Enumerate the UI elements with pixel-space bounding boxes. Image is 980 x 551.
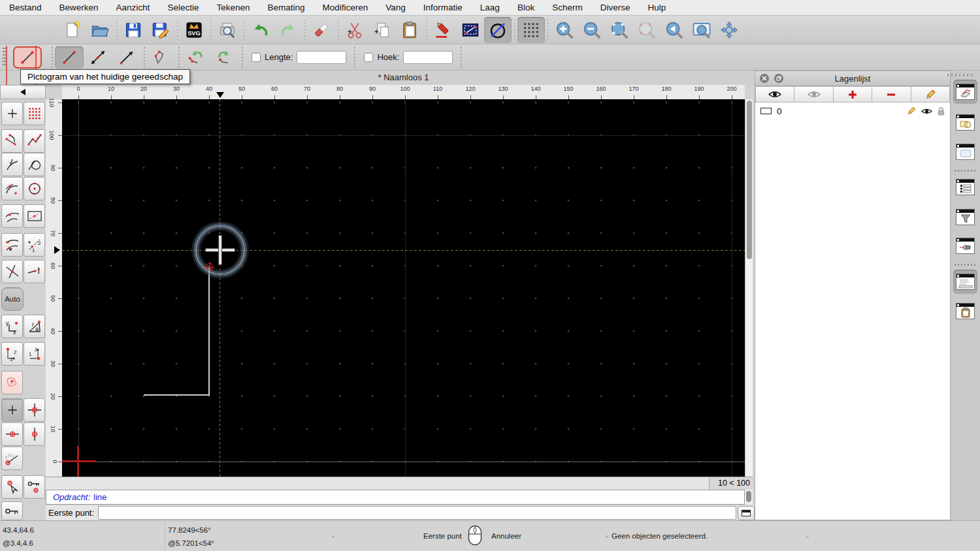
- undo-button[interactable]: [247, 17, 274, 43]
- copy-button[interactable]: [368, 17, 396, 43]
- block-list-panel-button[interactable]: [953, 110, 977, 134]
- open-file-button[interactable]: [86, 17, 114, 43]
- ruler-corner-back-button[interactable]: [0, 85, 46, 99]
- property-editor-panel-button[interactable]: [953, 175, 977, 199]
- menu-bewerken[interactable]: Bewerken: [59, 3, 99, 12]
- layer-list-panel-button[interactable]: [953, 80, 977, 104]
- current-tool-button[interactable]: [13, 46, 42, 69]
- relative-cartesian-button[interactable]: 1 2: [1, 342, 23, 366]
- restrict-horizontal-button[interactable]: [1, 422, 23, 446]
- edit-layer-button[interactable]: [911, 86, 950, 102]
- command-history-scrollbar[interactable]: [745, 490, 753, 505]
- red-pencil-button[interactable]: [429, 17, 457, 43]
- snap-center-button[interactable]: [24, 177, 45, 200]
- drawing-properties-button[interactable]: [457, 17, 484, 43]
- paste-button[interactable]: [396, 17, 423, 43]
- snap-reference-button[interactable]: [1, 204, 23, 228]
- redo-segment-button[interactable]: [210, 46, 239, 69]
- menu-scherm[interactable]: Scherm: [552, 3, 583, 12]
- menu-informatie[interactable]: Informatie: [423, 3, 463, 12]
- menu-modificeren[interactable]: Modificeren: [323, 3, 368, 12]
- menu-bemating[interactable]: Bemating: [267, 3, 304, 12]
- add-layer-button[interactable]: [834, 86, 872, 102]
- menu-bestand[interactable]: Bestand: [9, 3, 42, 12]
- menu-diverse[interactable]: Diverse: [600, 3, 630, 12]
- snap-on-entity-button[interactable]: [1, 177, 23, 200]
- command-line-panel-button[interactable]: [953, 270, 977, 294]
- save-button[interactable]: [120, 17, 147, 43]
- layer-visibility-icon[interactable]: [921, 108, 932, 115]
- scrollbar-thumb[interactable]: [746, 491, 751, 502]
- remove-layer-button[interactable]: [872, 86, 911, 102]
- save-as-button[interactable]: [147, 17, 174, 43]
- length-input[interactable]: [297, 51, 346, 64]
- restrict-vertical-button[interactable]: [24, 422, 45, 446]
- snap-tangent-button[interactable]: [24, 153, 45, 176]
- length-checkbox[interactable]: [252, 53, 261, 62]
- zoom-to-selection-button[interactable]: [633, 17, 661, 43]
- command-history[interactable]: Opdracht: line: [46, 490, 745, 505]
- library-browser-panel-button[interactable]: [953, 140, 977, 164]
- svg-export-button[interactable]: SVG: [180, 17, 208, 43]
- set-relative-zero-button[interactable]: [1, 475, 23, 499]
- canvas-vertical-scrollbar[interactable]: [745, 99, 753, 477]
- view-tool-panel-button[interactable]: [953, 234, 977, 258]
- snap-perpendicular-button[interactable]: [1, 153, 23, 176]
- construction-circle-button[interactable]: [484, 17, 512, 43]
- zoom-in-button[interactable]: [551, 17, 578, 43]
- menu-hulp[interactable]: Hulp: [647, 3, 666, 12]
- coordinate-cartesian-button[interactable]: y x: [1, 315, 23, 338]
- snap-intersection-button[interactable]: [1, 260, 23, 283]
- edit-layer-icon[interactable]: [907, 106, 916, 116]
- angle-checkbox[interactable]: [364, 53, 373, 62]
- selection-filter-panel-button[interactable]: [953, 205, 977, 229]
- new-file-button[interactable]: [59, 17, 86, 43]
- line-two-points-button[interactable]: [55, 46, 84, 69]
- lock-icon[interactable]: [938, 107, 945, 116]
- line-ray-button[interactable]: [112, 46, 141, 69]
- snap-intersection-auto-button[interactable]: [1, 233, 23, 257]
- auto-zoom-button[interactable]: [606, 17, 633, 43]
- polyline-close-button[interactable]: [147, 46, 176, 69]
- zoom-window-button[interactable]: [688, 17, 715, 43]
- snap-endpoints-button[interactable]: [1, 129, 23, 153]
- command-options-button[interactable]: [738, 506, 755, 520]
- menu-aanzicht[interactable]: Aanzicht: [116, 3, 150, 12]
- restrict-angle-button[interactable]: [1, 447, 23, 470]
- menu-laag[interactable]: Laag: [480, 3, 500, 12]
- restrict-none-button[interactable]: [1, 398, 23, 422]
- scrollbar-thumb[interactable]: [747, 101, 752, 259]
- menu-selectie[interactable]: Selectie: [167, 3, 199, 12]
- previous-view-button[interactable]: [661, 17, 688, 43]
- angle-input[interactable]: [403, 51, 453, 64]
- layer-row[interactable]: 0: [755, 104, 950, 118]
- lock-zero-button[interactable]: [1, 501, 23, 520]
- drawing-canvas[interactable]: [62, 99, 745, 477]
- command-input[interactable]: [98, 506, 736, 520]
- snap-intersection-manual-button[interactable]: !: [24, 260, 45, 283]
- relative-polar-button[interactable]: 1 2: [24, 342, 45, 366]
- menu-tekenen[interactable]: Tekenen: [216, 3, 250, 12]
- cut-button[interactable]: [341, 17, 368, 43]
- lock-relative-zero-button[interactable]: [24, 475, 45, 499]
- undo-segment-button[interactable]: [182, 46, 210, 69]
- line-double-arrow-button[interactable]: [84, 46, 112, 69]
- pan-button[interactable]: [715, 17, 743, 43]
- restrict-off-button[interactable]: [1, 371, 23, 394]
- canvas-horizontal-scrollbar[interactable]: 10 < 100: [46, 477, 753, 490]
- snap-nodes-button[interactable]: [24, 129, 45, 153]
- grid-toggle-button[interactable]: [517, 17, 545, 43]
- clipboard-panel-button[interactable]: [953, 299, 977, 323]
- menu-blok[interactable]: Blok: [517, 3, 534, 12]
- snap-middle-button[interactable]: [24, 204, 45, 228]
- snap-free-button[interactable]: [1, 102, 23, 125]
- menu-vang[interactable]: Vang: [385, 3, 406, 12]
- coordinate-polar-button[interactable]: r a: [24, 315, 45, 338]
- hide-all-layers-button[interactable]: [794, 86, 833, 102]
- print-preview-button[interactable]: [214, 17, 241, 43]
- redo-button[interactable]: [274, 17, 302, 43]
- show-all-layers-button[interactable]: [755, 86, 794, 102]
- layer-color-swatch[interactable]: [760, 108, 772, 114]
- snap-distance-button[interactable]: 1 2: [24, 233, 45, 257]
- snap-grid-button[interactable]: [24, 102, 45, 125]
